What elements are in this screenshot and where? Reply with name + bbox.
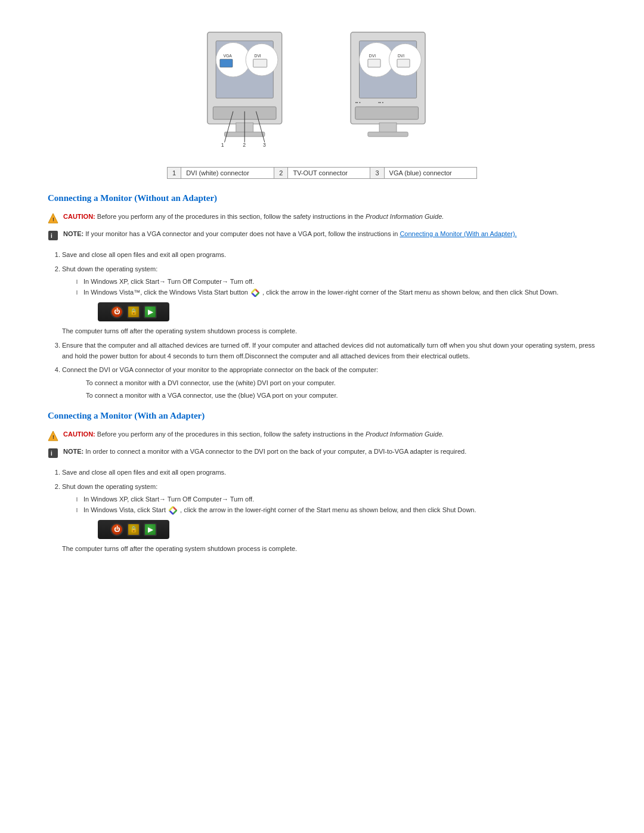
lock-button-icon: 🔒 (127, 305, 140, 318)
shutdown-buttons-image: ⏻ 🔒 ▶ (98, 302, 169, 321)
svg-text:•• •: •• • (378, 100, 384, 104)
svg-text:3: 3 (263, 142, 266, 148)
section1-substep2a: In Windows XP, click Start→ Turn Off Com… (76, 277, 596, 287)
diagram-section: VGA DVI 1 2 3 DVI (48, 24, 596, 179)
section-without-adapter: Connecting a Monitor (Without an Adapter… (48, 193, 596, 401)
section-with-adapter: Connecting a Monitor (With an Adapter) !… (48, 411, 596, 555)
svg-point-39 (169, 507, 177, 514)
connector-num-1: 1 (168, 168, 181, 179)
section2-caution-text: CAUTION: Before you perform any of the p… (63, 429, 444, 439)
monitor-diagrams: VGA DVI 1 2 3 DVI (173, 24, 471, 161)
power-button-icon-2: ⏻ (110, 523, 123, 536)
section2-substep2b: In Windows Vista, click Start , click th… (76, 505, 596, 540)
vista-logo-icon-2 (168, 506, 180, 513)
section2-step2-substeps: In Windows XP, click Start→ Turn Off Com… (76, 494, 596, 539)
section1-step2: Shut down the operating system: In Windo… (62, 264, 596, 337)
section1-note: i NOTE: If your monitor has a VGA connec… (48, 229, 596, 243)
svg-text:2: 2 (243, 142, 246, 148)
section2-title: Connecting a Monitor (With an Adapter) (48, 411, 596, 421)
svg-text:!: ! (52, 434, 54, 440)
section2-caution: ! CAUTION: Before you perform any of the… (48, 429, 596, 443)
connector-label-1: DVI (white) connector (181, 168, 274, 179)
caution-triangle-icon-2: ! (48, 431, 58, 443)
section2-note-text: NOTE: In order to connect a monitor with… (63, 447, 466, 457)
power-button-icon: ⏻ (110, 305, 123, 318)
shutdown-buttons-image-2: ⏻ 🔒 ▶ (98, 520, 169, 539)
section1-step4b: To connect a monitor with a VGA connecto… (86, 391, 596, 401)
svg-rect-20 (368, 132, 408, 137)
caution-triangle-icon: ! (48, 213, 58, 225)
section1-adapter-link[interactable]: Connecting a Monitor (With an Adapter). (400, 230, 516, 237)
section2-steps: Save and close all open files and exit a… (62, 467, 596, 555)
section1-step3: Ensure that the computer and all attache… (62, 340, 596, 361)
section1-step2-substeps: In Windows XP, click Start→ Turn Off Com… (76, 277, 596, 321)
section1-substep2b: In Windows Vista™, click the Windows Vis… (76, 287, 596, 322)
note-icon: i (48, 230, 58, 243)
svg-rect-7 (220, 59, 233, 67)
svg-text:DVI: DVI (369, 54, 376, 58)
section1-notices: ! CAUTION: Before you perform any of the… (48, 212, 596, 243)
arrow-button-icon-2: ▶ (144, 523, 157, 536)
section1-shutdown-note: The computer turns off after the operati… (62, 326, 596, 337)
section1-note-text: NOTE: If your monitor has a VGA connecto… (63, 229, 517, 239)
section1-title: Connecting a Monitor (Without an Adapter… (48, 193, 596, 203)
section1-step1: Save and close all open files and exit a… (62, 250, 596, 261)
section2-substep2a: In Windows XP, click Start→ Turn Off Com… (76, 494, 596, 505)
connector-label-2: TV-OUT connector (288, 168, 370, 179)
arrow-button-icon: ▶ (144, 305, 157, 318)
section2-step1: Save and close all open files and exit a… (62, 467, 596, 478)
svg-text:VGA: VGA (224, 54, 233, 58)
section1-steps: Save and close all open files and exit a… (62, 250, 596, 401)
connection-diagram: VGA DVI 1 2 3 DVI (173, 24, 471, 161)
connector-label-3: VGA (blue) connector (384, 168, 476, 179)
svg-rect-19 (379, 123, 397, 133)
svg-rect-21 (355, 107, 419, 119)
section2-note: i NOTE: In order to connect a monitor wi… (48, 447, 596, 460)
svg-rect-27 (397, 59, 410, 67)
svg-text:•• •: •• • (355, 100, 361, 104)
section2-notices: ! CAUTION: Before you perform any of the… (48, 429, 596, 460)
svg-rect-10 (253, 59, 267, 67)
svg-text:DVI: DVI (255, 54, 261, 58)
svg-rect-37 (48, 448, 58, 458)
lock-button-icon-2: 🔒 (127, 523, 140, 536)
svg-text:i: i (51, 450, 52, 457)
svg-text:!: ! (52, 216, 54, 222)
section1-caution-text: CAUTION: Before you perform any of the p… (63, 212, 444, 222)
svg-rect-32 (48, 231, 58, 240)
vista-logo-icon (250, 289, 262, 296)
connector-table: 1 DVI (white) connector 2 TV-OUT connect… (167, 167, 477, 179)
svg-text:i: i (51, 233, 52, 239)
section1-caution: ! CAUTION: Before you perform any of the… (48, 212, 596, 225)
section1-step4a: To connect a monitor with a DVI connecto… (86, 378, 596, 389)
section1-step4: Connect the DVI or VGA connector of your… (62, 365, 596, 401)
svg-point-34 (252, 289, 259, 296)
svg-text:1: 1 (221, 142, 224, 148)
section2-step2: Shut down the operating system: In Windo… (62, 482, 596, 555)
section2-shutdown-note: The computer turns off after the operati… (62, 544, 596, 555)
connector-num-2: 2 (274, 168, 288, 179)
connector-num-3: 3 (370, 168, 384, 179)
svg-text:DVI: DVI (398, 54, 404, 58)
note-icon-2: i (48, 448, 58, 460)
svg-rect-24 (368, 59, 380, 67)
